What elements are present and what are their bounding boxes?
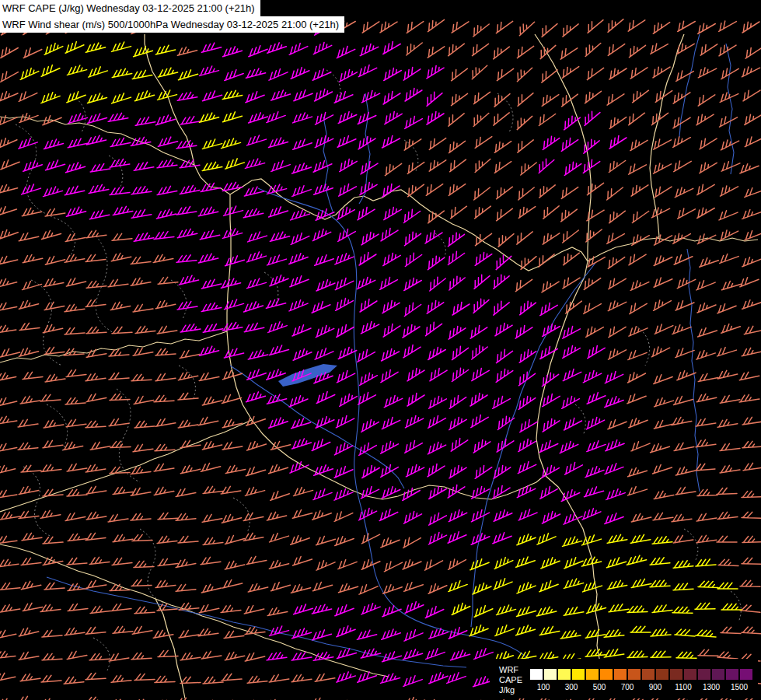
river	[687, 249, 700, 492]
country-border	[0, 420, 252, 512]
terrain-contour	[731, 591, 741, 622]
terrain-contour	[497, 93, 513, 132]
legend-title-variable: CAPE	[499, 675, 522, 685]
legend-swatch	[725, 668, 739, 681]
terrain-contour	[326, 70, 340, 101]
legend-swatch	[697, 668, 711, 681]
terrain-contour	[179, 366, 195, 401]
terrain-contour	[264, 272, 278, 303]
legend-swatch	[669, 668, 683, 681]
legend-swatch	[627, 668, 641, 681]
terrain-contour	[93, 638, 110, 670]
legend-swatch	[655, 668, 669, 681]
wind-barbs-strong-shear	[19, 23, 627, 686]
model-run-header: WRF CAPE (J/kg) Wednesday 03-12-2025 21:…	[0, 0, 344, 33]
terrain-contour	[684, 529, 698, 560]
weather-map: WRF CAPE (J/kg) Wednesday 03-12-2025 21:…	[0, 0, 761, 700]
legend-tick-label: 500	[593, 683, 606, 691]
legend-swatch	[599, 668, 613, 681]
wind-barbs-max-shear	[20, 42, 742, 663]
terrain-contour	[171, 280, 187, 319]
legend-tick-label: 1100	[675, 683, 692, 691]
legend-tick-label: 1500	[731, 683, 748, 691]
legend-tick-label: 100	[537, 683, 550, 691]
legend-swatch	[683, 668, 697, 681]
legend-swatch	[557, 668, 571, 681]
legend-scale: 100300500700900110013001500	[529, 665, 753, 694]
legend-scale-values: 100300500700900110013001500	[529, 683, 753, 694]
country-border	[145, 34, 230, 194]
legend-swatch	[613, 668, 627, 681]
legend-swatch	[529, 668, 543, 681]
terrain-contour	[637, 327, 650, 366]
legend-title: WRF CAPE J/kg	[499, 665, 522, 695]
country-border	[650, 34, 684, 238]
legend-swatch	[543, 668, 557, 681]
legend-tick-label: 900	[649, 683, 662, 691]
terrain-contour	[117, 389, 140, 482]
cape-legend: WRF CAPE J/kg 10030050070090011001300150…	[490, 659, 758, 698]
legend-swatch	[571, 668, 585, 681]
legend-swatch	[585, 668, 599, 681]
title-line-cape: WRF CAPE (J/kg) Wednesday 03-12-2025 21:…	[0, 0, 260, 16]
wind-barbs-weak-shear	[0, 19, 761, 700]
terrain-contour	[575, 404, 585, 436]
river	[726, 44, 734, 174]
title-line-windshear: WRF Wind shear (m/s) 500/1000hPa Wednesd…	[0, 16, 344, 33]
legend-title-unit: J/kg	[499, 685, 522, 695]
legend-tick-label: 700	[621, 683, 634, 691]
map-canvas	[0, 0, 761, 700]
country-border	[0, 331, 227, 362]
legend-tick-label: 300	[565, 683, 578, 691]
terrain-contour	[109, 156, 123, 187]
legend-swatch	[739, 668, 753, 681]
legend-swatch	[641, 668, 655, 681]
terrain-contour	[93, 233, 117, 334]
legend-swatch	[711, 668, 725, 681]
legend-title-model: WRF	[499, 665, 522, 675]
terrain-contour	[23, 467, 51, 537]
legend-color-scale	[529, 668, 753, 681]
legend-tick-label: 1300	[703, 683, 720, 691]
